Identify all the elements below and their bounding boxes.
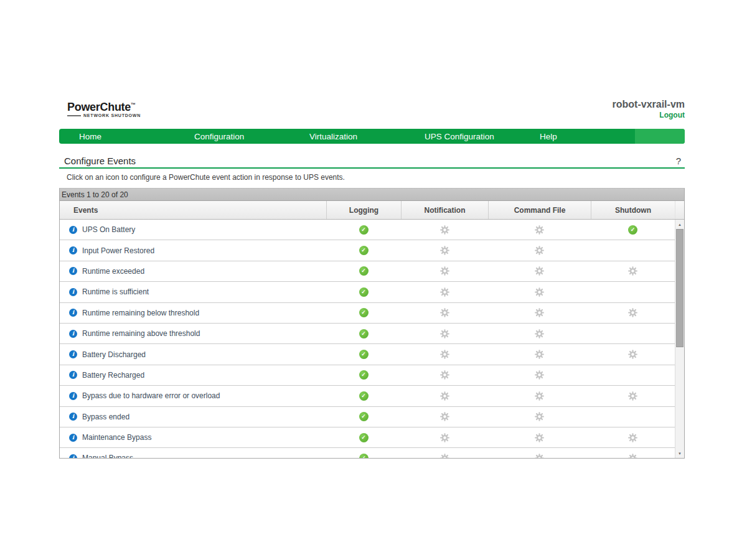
- green-check-icon[interactable]: ✓: [359, 454, 369, 458]
- event-label: Battery Recharged: [82, 371, 144, 380]
- notification-cell: [401, 266, 488, 276]
- gear-icon[interactable]: [535, 246, 544, 255]
- gear-icon[interactable]: [440, 308, 449, 317]
- green-check-icon[interactable]: ✓: [359, 391, 369, 401]
- green-check-icon[interactable]: ✓: [359, 225, 369, 235]
- table-row: i Battery Discharged ✓: [60, 344, 675, 365]
- powerchute-page: PowerChute™ NETWORK SHUTDOWN robot-vxrai…: [0, 0, 747, 560]
- trademark-symbol: ™: [131, 102, 136, 108]
- gear-icon[interactable]: [440, 225, 449, 235]
- green-check-icon[interactable]: ✓: [359, 329, 369, 338]
- logging-cell: ✓: [326, 329, 401, 338]
- info-icon[interactable]: i: [69, 267, 77, 275]
- logging-cell: ✓: [326, 391, 401, 401]
- gear-icon[interactable]: [535, 266, 544, 276]
- brand-name-text: PowerChute: [67, 101, 131, 113]
- notification-cell: [401, 287, 488, 297]
- gear-icon[interactable]: [440, 246, 449, 255]
- scrollbar-down-button[interactable]: ▼: [675, 449, 684, 458]
- gear-icon[interactable]: [440, 287, 449, 297]
- content-area: PowerChute™ NETWORK SHUTDOWN robot-vxrai…: [59, 98, 685, 129]
- gear-icon[interactable]: [440, 350, 449, 359]
- green-check-icon[interactable]: ✓: [359, 350, 369, 359]
- gear-icon[interactable]: [535, 391, 544, 401]
- nav-item-home[interactable]: Home: [59, 129, 174, 144]
- info-icon[interactable]: i: [69, 371, 77, 379]
- gear-icon[interactable]: [440, 433, 449, 442]
- gear-icon[interactable]: [535, 370, 544, 380]
- info-icon[interactable]: i: [69, 413, 77, 421]
- info-icon[interactable]: i: [69, 434, 77, 442]
- green-check-icon[interactable]: ✓: [359, 433, 369, 442]
- brand-dash: [67, 115, 81, 116]
- event-label: Runtime remaining below threshold: [82, 309, 199, 317]
- info-icon[interactable]: i: [69, 246, 77, 254]
- gear-icon[interactable]: [628, 308, 637, 317]
- gear-icon[interactable]: [628, 391, 637, 401]
- no-action-placeholder: [628, 370, 637, 380]
- gear-icon[interactable]: [440, 329, 449, 338]
- gear-icon[interactable]: [535, 308, 544, 317]
- gear-icon[interactable]: [535, 350, 544, 359]
- help-icon[interactable]: ?: [676, 156, 685, 166]
- green-check-icon[interactable]: ✓: [359, 308, 369, 317]
- logging-cell: ✓: [326, 308, 401, 317]
- gear-icon[interactable]: [440, 391, 449, 401]
- scrollbar-track[interactable]: [675, 229, 684, 449]
- gear-icon[interactable]: [440, 370, 449, 380]
- top-header: PowerChute™ NETWORK SHUTDOWN robot-vxrai…: [59, 98, 685, 129]
- info-icon[interactable]: i: [69, 309, 77, 317]
- logging-cell: ✓: [326, 433, 401, 442]
- info-icon[interactable]: i: [69, 350, 77, 358]
- command-file-cell: [488, 308, 591, 317]
- notification-cell: [401, 308, 488, 317]
- gear-icon[interactable]: [440, 266, 449, 276]
- command-file-cell: [488, 266, 591, 276]
- event-label: Battery Discharged: [82, 350, 146, 359]
- notification-cell: [401, 329, 488, 338]
- info-icon[interactable]: i: [69, 392, 77, 400]
- brand-subtitle-row: NETWORK SHUTDOWN: [67, 113, 141, 118]
- gear-icon[interactable]: [535, 287, 544, 297]
- gear-icon[interactable]: [535, 433, 544, 442]
- gear-icon[interactable]: [535, 412, 544, 421]
- gear-icon[interactable]: [440, 454, 449, 458]
- scrollbar-up-button[interactable]: ▲: [675, 220, 684, 229]
- info-icon[interactable]: i: [69, 226, 77, 234]
- info-icon[interactable]: i: [69, 454, 77, 458]
- green-check-icon[interactable]: ✓: [359, 246, 369, 255]
- green-check-icon[interactable]: ✓: [359, 266, 369, 276]
- green-check-icon[interactable]: ✓: [359, 370, 369, 380]
- logout-link[interactable]: Logout: [613, 110, 685, 120]
- nav-item-ups-configuration[interactable]: UPS Configuration: [405, 129, 520, 144]
- gear-icon[interactable]: [628, 350, 637, 359]
- gear-icon[interactable]: [628, 433, 637, 442]
- table-body: i UPS On Battery ✓: [60, 220, 684, 458]
- shutdown-cell: ✓: [591, 225, 675, 235]
- gear-icon[interactable]: [535, 454, 544, 458]
- info-icon[interactable]: i: [69, 330, 77, 338]
- gear-icon[interactable]: [535, 225, 544, 235]
- gear-icon[interactable]: [628, 266, 637, 276]
- logging-cell: ✓: [326, 412, 401, 421]
- gear-icon[interactable]: [628, 454, 637, 458]
- logging-cell: ✓: [326, 350, 401, 359]
- scrollbar-thumb[interactable]: [676, 229, 684, 347]
- gear-icon[interactable]: [535, 329, 544, 338]
- table-row: i Runtime remaining above threshold ✓: [60, 324, 675, 344]
- shutdown-cell: [591, 246, 675, 255]
- shutdown-cell: [591, 433, 675, 442]
- info-icon[interactable]: i: [69, 288, 77, 296]
- brand-name: PowerChute™: [67, 100, 141, 113]
- notification-cell: [401, 433, 488, 442]
- notification-cell: [401, 225, 488, 235]
- green-check-icon[interactable]: ✓: [359, 287, 369, 297]
- green-check-icon[interactable]: ✓: [628, 225, 637, 235]
- nav-item-configuration[interactable]: Configuration: [174, 129, 289, 144]
- table-scrollbar[interactable]: ▲ ▼: [675, 220, 684, 458]
- nav-item-help[interactable]: Help: [520, 129, 635, 144]
- green-check-icon[interactable]: ✓: [359, 412, 369, 421]
- gear-icon[interactable]: [440, 412, 449, 421]
- nav-item-virtualization[interactable]: Virtualization: [289, 129, 405, 144]
- column-header-notification: Notification: [401, 201, 488, 219]
